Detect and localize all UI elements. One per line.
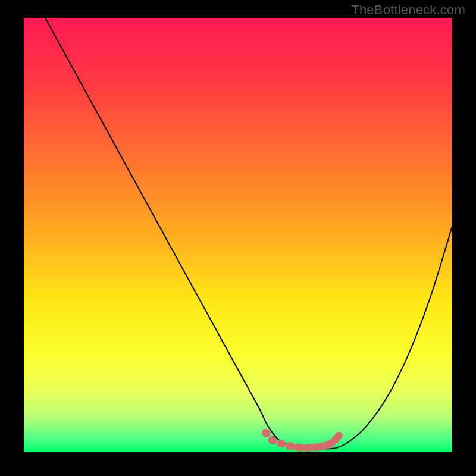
watermark-text: TheBottleneck.com [351,2,465,18]
plot-area [24,18,452,452]
gradient-background [24,18,452,452]
svg-rect-0 [24,18,452,452]
